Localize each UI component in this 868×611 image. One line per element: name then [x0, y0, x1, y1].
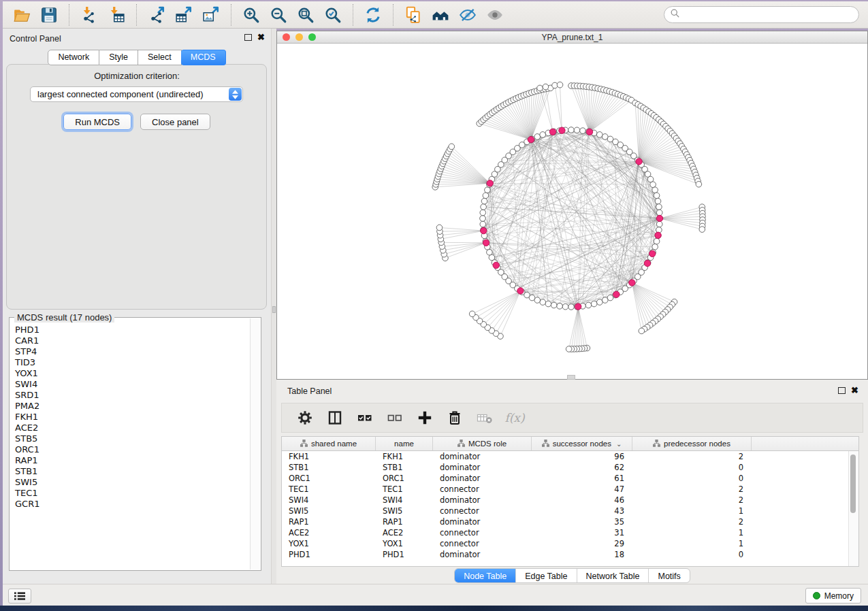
deselect-all-icon[interactable] [385, 408, 405, 428]
cell-predecessor-nodes: 2 [632, 495, 752, 506]
cell-predecessor-nodes: 0 [632, 473, 752, 484]
network-window-titlebar[interactable]: YPA_prune.txt_1 [277, 31, 867, 44]
cell-MCDS-role: connector [433, 527, 532, 538]
mcds-result-item[interactable]: TID3 [15, 357, 251, 368]
mcds-result-item[interactable]: PHD1 [15, 325, 251, 335]
tab-edge-table[interactable]: Edge Table [516, 569, 577, 582]
zoom-fit-icon[interactable] [295, 5, 316, 25]
table-panel: Table Panel ✖ f(x) shared namenameMCDS r… [276, 380, 868, 584]
delete-icon[interactable] [445, 408, 465, 428]
tab-motifs[interactable]: Motifs [649, 569, 689, 582]
column-header-predecessor-nodes[interactable]: predecessor nodes [632, 437, 752, 450]
close-panel-button[interactable]: Close panel [140, 114, 210, 130]
function-icon[interactable]: f(x) [504, 408, 525, 428]
table-row[interactable]: PHD1PHD1dominator180 [282, 549, 858, 560]
tab-network-table[interactable]: Network Table [577, 569, 649, 582]
float-panel-icon[interactable] [244, 34, 252, 41]
search-input[interactable] [680, 10, 858, 20]
tab-network[interactable]: Network [48, 50, 99, 65]
column-header-shared-name[interactable]: shared name [282, 437, 376, 450]
column-header-MCDS-role[interactable]: MCDS role [433, 437, 532, 450]
zoom-out-icon[interactable] [268, 5, 289, 25]
tab-node-table[interactable]: Node Table [455, 569, 516, 582]
import-network-icon[interactable] [79, 5, 99, 25]
list-icon [13, 591, 27, 601]
table-row[interactable]: RAP1RAP1dominator352 [282, 516, 858, 527]
mcds-result-item[interactable]: SRD1 [15, 390, 251, 401]
table-row[interactable]: YOX1YOX1connector291 [282, 538, 858, 549]
optimization-criterion-label: Optimization criterion: [3, 71, 271, 81]
mcds-result-item[interactable]: SWI4 [15, 379, 251, 390]
main-toolbar-icons [8, 4, 509, 26]
show-all-icon[interactable] [485, 5, 505, 25]
table-row[interactable]: STB1STB1dominator620 [282, 462, 858, 473]
float-panel-icon[interactable] [838, 387, 846, 394]
memory-button[interactable]: Memory [805, 588, 861, 604]
mcds-result-item[interactable]: SWI5 [15, 477, 251, 488]
horizontal-splitter-grip[interactable] [567, 375, 575, 380]
mcds-result-item[interactable]: YOX1 [15, 368, 251, 379]
optimization-criterion-select[interactable]: largest connected component (undirected) [30, 86, 243, 102]
table-row[interactable]: TEC1TEC1connector472 [282, 484, 858, 495]
cell-name: FKH1 [376, 451, 433, 462]
mcds-result-item[interactable]: TEC1 [15, 488, 251, 499]
open-session-icon[interactable] [12, 5, 32, 25]
mcds-result-item[interactable]: GCR1 [15, 499, 251, 510]
mcds-result-item[interactable]: STB1 [15, 466, 251, 477]
table-row[interactable]: SWI5SWI5connector431 [282, 506, 858, 516]
table-row[interactable]: FKH1FKH1dominator962 [282, 451, 858, 462]
mcds-result-item[interactable]: FKH1 [15, 412, 251, 423]
table-row[interactable]: SWI4SWI4dominator462 [282, 495, 858, 506]
add-icon[interactable] [415, 408, 435, 428]
columns-icon[interactable] [325, 408, 345, 428]
column-header-name[interactable]: name [376, 437, 433, 450]
cell-MCDS-role: dominator [433, 516, 532, 527]
gear-icon[interactable] [295, 408, 315, 428]
select-all-icon[interactable] [355, 408, 375, 428]
network-canvas[interactable] [277, 43, 867, 379]
column-label: successor nodes [553, 440, 611, 448]
cell-shared-name: ACE2 [282, 527, 376, 538]
export-table-icon[interactable] [174, 5, 194, 25]
close-panel-icon[interactable]: ✖ [851, 386, 858, 394]
cell-name: SWI4 [376, 495, 433, 506]
vertical-splitter[interactable] [272, 29, 276, 584]
mcds-result-item[interactable]: ACE2 [15, 423, 251, 433]
zoom-selected-icon[interactable] [323, 5, 343, 25]
copy-style-icon[interactable] [403, 5, 423, 25]
tab-style[interactable]: Style [99, 50, 138, 65]
mcds-result-item[interactable]: STB5 [15, 433, 251, 444]
tab-mcds[interactable]: MCDS [181, 50, 226, 65]
table-row[interactable]: ACE2ACE2connector311 [282, 527, 858, 538]
save-session-icon[interactable] [39, 5, 59, 25]
column-header-successor-nodes[interactable]: successor nodes⌄ [532, 437, 632, 450]
mcds-result-scrollbar[interactable] [250, 318, 260, 569]
table-row[interactable]: ORC1ORC1dominator610 [282, 473, 858, 484]
hide-selected-icon[interactable] [457, 5, 478, 25]
cell-shared-name: ORC1 [282, 473, 376, 484]
cell-MCDS-role: connector [433, 506, 532, 516]
node-table-header: shared namenameMCDS rolesuccessor nodes⌄… [282, 437, 858, 451]
task-history-button[interactable] [8, 589, 31, 604]
close-panel-icon[interactable]: ✖ [257, 33, 265, 41]
vertical-splitter-grip[interactable] [272, 306, 276, 313]
mcds-result-item[interactable]: CAR1 [15, 335, 251, 346]
select-stepper-icon [229, 88, 242, 101]
export-network-icon[interactable] [146, 5, 167, 25]
mcds-result-item[interactable]: STP4 [15, 346, 251, 357]
mcds-result-item[interactable]: ORC1 [15, 444, 251, 455]
cell-MCDS-role: dominator [433, 462, 532, 473]
mcds-result-item[interactable]: PMA2 [15, 401, 251, 412]
run-mcds-button[interactable]: Run MCDS [63, 114, 131, 130]
import-table-icon[interactable] [106, 5, 127, 25]
first-neighbors-icon[interactable] [430, 5, 451, 25]
table-scrollbar[interactable] [848, 451, 858, 566]
refresh-icon[interactable] [363, 5, 383, 25]
export-image-icon[interactable] [201, 5, 221, 25]
clear-table-icon[interactable] [475, 408, 495, 428]
mcds-result-item[interactable]: RAP1 [15, 455, 251, 466]
zoom-in-icon[interactable] [241, 5, 261, 25]
tab-select[interactable]: Select [138, 50, 182, 65]
table-scrollbar-thumb[interactable] [850, 455, 856, 513]
column-label: predecessor nodes [664, 440, 730, 448]
